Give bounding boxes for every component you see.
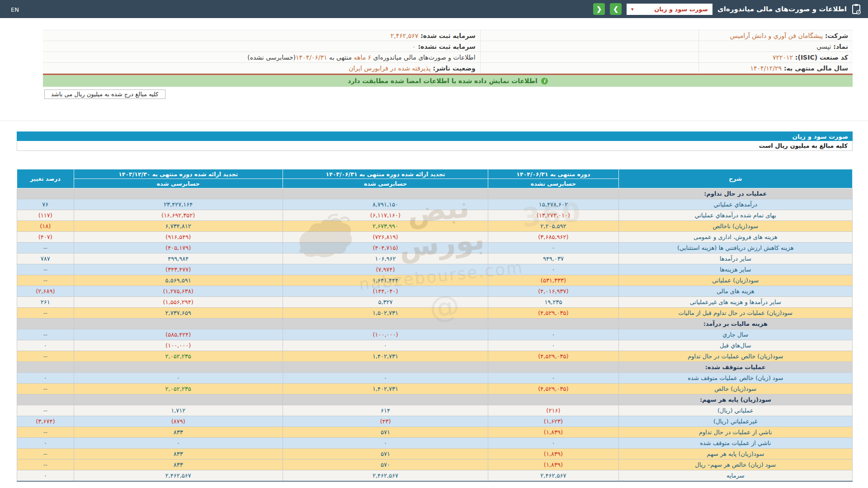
value-cell: ۵,۳۲۷ [283,297,488,308]
info-text: ۰ [412,43,416,50]
info-row: شرکت: پیشگامان فن آوري و دانش آرامیسسرما… [43,30,853,41]
value-cell: ۱۵,۴۷۸,۶۰۲ [488,199,618,210]
value-cell: (۵۳۱,۳۳۳) [488,275,618,286]
chevron-down-icon: ▾ [631,6,634,12]
line-item-label: درآمدهاي عملياتي [618,199,852,210]
value-cell: (۱,۶۲۳) [488,416,618,427]
section-row: سود(زیان) پایه هر سهم: [17,394,853,405]
statement-row: عملیاتي (ریال)(۲۱۶)۶۱۴۱,۷۱۲-- [17,405,853,416]
value-cell: ۰ [488,264,618,275]
value-cell: ۰ [74,438,283,449]
value-cell: ۰ [74,373,283,384]
value-cell: (۴۰۴,۷۱۵) [283,243,488,253]
statement-row: سود(زیان) ناخالص۲,۲۰۵,۵۹۲۲,۶۷۳,۹۹۰۶,۷۳۴,… [17,221,853,232]
info-text: شرکت: [823,32,848,39]
info-text: اطلاعات و صورت‌های مالی میاندوره‌ای [371,54,476,61]
info-text: منتهی به [327,54,354,61]
info-text: سرمایه ثبت شده: [418,32,475,39]
statement-header: صورت سود و زیان کلیه مبالغ به میلیون ریا… [17,131,853,151]
value-cell: ۸۳۳ [74,460,283,470]
statement-row: هزینه های مالی(۴,۰۱۶,۹۳۷)(۱۴۴,۰۴۰)(۱,۲۷۵… [17,286,853,297]
value-cell: ۸,۷۹۱,۱۵۰ [283,199,488,210]
value-cell: (۴۰۷) [17,232,74,243]
info-cell: نماد: تپسي [699,41,853,52]
value-cell: ۱,۶۴۱,۴۴۴ [283,275,488,286]
value-cell: ۲۳,۴۲۷,۱۶۴ [74,199,283,210]
statement-row: سایر درآمدها و هزینه های غیرعملیاتی۱۹,۲۳… [17,297,853,308]
column-header: تجدید ارائه شده دوره منتهی به ۱۴۰۳/۰۶/۳۱ [283,169,488,179]
value-cell: (۱۶,۶۹۲,۳۵۲) [74,210,283,221]
value-cell: ۴۹۹,۹۸۴ [74,253,283,264]
line-item-label: بهای تمام شده درآمدهاي عملياتي [618,210,852,221]
value-cell: -- [17,427,74,438]
info-row: سال مالی منتهی به: ۱۴۰۴/۱۲/۲۹وضعیت ناشر:… [43,63,853,74]
page-title: اطلاعات و صورت‌های مالی میاندوره‌ای [717,5,847,13]
unit-note-box: کلیه مبالغ درج شده به میلیون ریال می باش… [44,89,165,99]
statement-row: سایر درآمدها۹۴۹,۰۳۷۱۰۶,۹۶۲۴۹۹,۹۸۴۷۸۷ [17,253,853,264]
section-row: هزینه مالیات بر درآمد: [17,319,853,329]
value-cell [283,394,488,405]
company-info-panel: شرکت: پیشگامان فن آوري و دانش آرامیسسرما… [43,30,853,75]
navbar-left-group: EN [11,5,19,14]
line-item-label: ناشي از عملیات در حال تداوم [618,427,852,438]
value-cell: ۵۷۱ [283,427,488,438]
info-text: ۱۴۰۴/۱۲/۲۹ [750,65,782,72]
value-cell: ۰ [283,438,488,449]
info-text: ۶ ماهه [354,54,372,61]
line-item-label: سایر درآمدها و هزینه های غیرعملیاتی [618,297,852,308]
value-cell [283,188,488,199]
prev-statement-button[interactable]: ❮ [593,3,605,15]
value-cell: ۲,۰۵۲,۲۳۵ [74,384,283,394]
value-cell [74,188,283,199]
info-icon: i [541,78,548,84]
company-info-table: شرکت: پیشگامان فن آوري و دانش آرامیسسرما… [43,30,853,74]
line-item-label: عملیاتي (ریال) [618,405,852,416]
value-cell: (۴,۵۲۹,۰۳۵) [488,308,618,319]
value-cell: (۴۰۵,۱۷۹) [74,243,283,253]
value-cell: (۲,۶۸۹) [17,286,74,297]
column-subheader: حسابرسی نشده [488,179,618,188]
info-text: ۱۴۰۴/۰۶/۳۱ [296,54,327,61]
info-text: کد صنعت (ISIC): [793,54,848,61]
value-cell: ۲۶۱ [17,297,74,308]
value-cell [488,188,618,199]
info-text: پذیرفته شده در فرابورس ایران [349,65,430,72]
value-cell: (۱,۸۳۹) [488,449,618,460]
value-cell: ۲,۶۷۳,۹۹۰ [283,221,488,232]
next-statement-button[interactable]: ❯ [610,3,622,15]
column-header: دوره منتهی به ۱۴۰۴/۰۶/۳۱ [488,169,618,179]
value-cell: ۶,۷۳۴,۸۱۲ [74,221,283,232]
value-cell: (۱,۵۵۶,۲۹۴) [74,297,283,308]
value-cell: ۲,۷۳۷,۶۵۹ [74,308,283,319]
value-cell: ۰ [283,340,488,351]
line-item-label: سود(زیان) عملیاتی [618,275,852,286]
value-cell: ۲,۴۶۲,۵۶۷ [488,470,618,482]
value-cell: ۲,۲۰۵,۵۹۲ [488,221,618,232]
line-item-label: سال جاري [618,329,852,340]
value-cell: -- [17,308,74,319]
value-cell [488,362,618,373]
value-cell: ۸۳۳ [74,449,283,460]
info-text: ۲,۴۶۲,۵۶۷ [391,32,419,39]
statement-row: سال جاري۰(۱۰۰,۰۰۰)(۵۸۵,۴۲۴)-- [17,329,853,340]
value-cell [17,394,74,405]
line-item-label: سود(زیان) پایه هر سهم [618,449,852,460]
statement-type-dropdown[interactable]: صورت سود و زیان ▾ [627,4,712,15]
value-cell: (۴,۵۲۹,۰۳۵) [488,384,618,394]
statement-unit-note: کلیه مبالغ به میلیون ریال است [17,141,853,151]
info-cell: اطلاعات و صورت‌های مالی میاندوره‌ای ۶ ما… [43,52,480,63]
value-cell [283,362,488,373]
value-cell: -- [17,243,74,253]
language-toggle[interactable]: EN [11,6,19,13]
line-item-label: سال‌هاي قبل [618,340,852,351]
value-cell: ۰ [17,340,74,351]
info-text: سال مالی منتهی به: [782,65,848,72]
value-cell: ۷۸۷ [17,253,74,264]
value-cell: ۰ [488,243,618,253]
value-cell: (۱۰۰,۰۰۰) [74,340,283,351]
statement-row: بهای تمام شده درآمدهاي عملياتي(۱۳,۲۷۳,۰۱… [17,210,853,221]
value-cell: (۷,۹۷۴) [283,264,488,275]
line-item-label: ناشي از عملیات متوقف شده [618,438,852,449]
column-subheader: حسابرسی شده [74,179,283,188]
value-cell: ۱,۴۰۲,۷۳۱ [283,351,488,362]
